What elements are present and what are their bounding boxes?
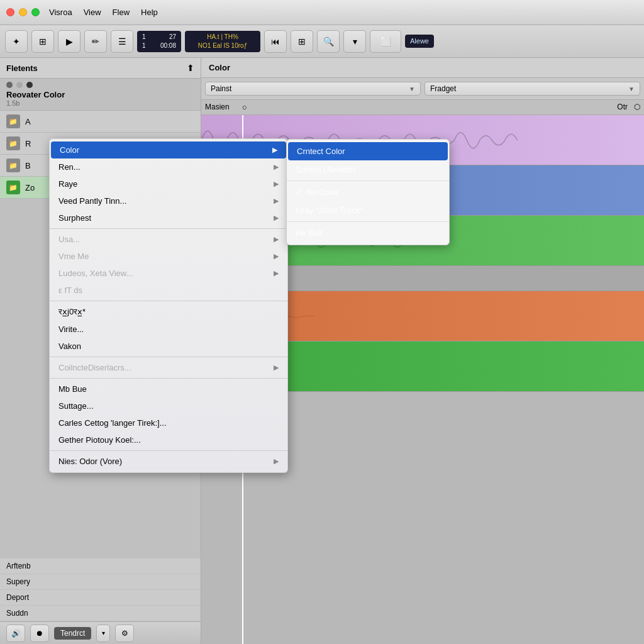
menu-item-usa: Usa... ▶ <box>50 231 287 248</box>
menu-item-color[interactable]: Color ▶ Crntect Color Santou (Amiatic) ✓… <box>51 142 286 158</box>
close-button[interactable] <box>6 8 14 16</box>
menu-item-carles[interactable]: Carles Cettog 'langer Tirek:]... <box>50 414 287 431</box>
menu-item-ludeos: Ludeos, Xeta View... ▶ <box>50 265 287 282</box>
menu-visroa[interactable]: Visroa <box>49 8 72 17</box>
row3-circle: ○ <box>242 103 247 112</box>
track-icon-a: 📁 <box>6 114 20 128</box>
sidebar-item-arftenb: Arftenb <box>0 558 201 574</box>
submenu-item-gray[interactable]: Gray ",Glite Track" <box>287 201 449 219</box>
sidebar-title: Fletents <box>6 64 38 73</box>
menu-item-vakon[interactable]: Vakon <box>50 338 287 355</box>
submenu-sep2 <box>287 221 449 222</box>
menu-flew[interactable]: Flew <box>113 8 130 17</box>
context-menu-overlay: Color ▶ Crntect Color Santou (Amiatic) ✓… <box>49 138 288 473</box>
menu-sep5 <box>50 450 287 451</box>
dropdown-fradget[interactable]: Fradget ▼ <box>425 82 640 96</box>
grid2-button[interactable]: ⊞ <box>291 30 313 53</box>
menu-item-eftds: ε fT ds <box>50 282 287 299</box>
menu-item-vme: Vme Me ▶ <box>50 248 287 265</box>
context-menu: Color ▶ Crntect Color Santou (Amiatic) ✓… <box>49 138 288 473</box>
menu-item-ludeos-label: Ludeos, Xeta View... <box>58 269 274 278</box>
submenu-item-hebuit[interactable]: He Buit <box>287 224 449 242</box>
menu-item-raye[interactable]: Raye ▶ <box>50 175 287 192</box>
submenu-item-crntect[interactable]: Crntect Color <box>288 142 448 160</box>
list-button[interactable]: ☰ <box>111 30 133 53</box>
submenu-item-nocolor[interactable]: ✓ No Color <box>287 183 449 201</box>
dropdown-painst[interactable]: Painst ▼ <box>205 82 421 96</box>
sidebar-subheader: Reovater Color 1.5b <box>0 79 201 111</box>
submenu-item-santou[interactable]: Santou (Amiatic) <box>287 160 449 179</box>
star-button[interactable]: ✦ <box>5 30 28 53</box>
maximize-button[interactable] <box>31 8 40 16</box>
menu-item-veed[interactable]: Veed Pantly Tinn... ▶ <box>50 192 287 209</box>
dropdown-fradget-arrow: ▼ <box>628 86 635 92</box>
track-icon-r: 📁 <box>6 136 20 150</box>
color-submenu: Crntect Color Santou (Amiatic) ✓ No Colo… <box>286 139 450 245</box>
menu-item-vakon-label: Vakon <box>58 341 279 351</box>
speaker-button[interactable]: 🔊 <box>6 625 25 642</box>
sidebar-subheader-label: Reovater Color <box>6 90 194 99</box>
track-item-a[interactable]: 📁 A <box>0 111 201 133</box>
menu-item-suttage-label: Suttage... <box>58 401 279 411</box>
submenu-santou-label: Santou (Amiatic) <box>296 165 356 174</box>
name-display: Alewe <box>405 35 434 48</box>
pencil-button[interactable]: ✏ <box>84 30 107 53</box>
menu-item-surphest-label: Surphest <box>58 213 274 223</box>
back-button[interactable]: ⏮ <box>264 30 287 53</box>
menu-item-ren[interactable]: Ren... ▶ <box>50 158 287 175</box>
menu-item-suttage[interactable]: Suttage... <box>50 397 287 414</box>
track-icon-b: 📁 <box>6 158 20 172</box>
transport-display: HA.t | TH% NO1 Eal IS 10roƒ <box>185 31 260 52</box>
menu-item-rxj0r-label: रx̲j0रx̲* <box>58 307 279 317</box>
menu-item-usa-arrow: ▶ <box>274 235 279 243</box>
minimize-button[interactable] <box>19 8 27 16</box>
menu-item-rxj0r[interactable]: रx̲j0रx̲* <box>50 303 287 321</box>
sidebar-item-suddn: Suddn <box>0 606 201 621</box>
menu-item-virite-label: Virite... <box>58 325 279 334</box>
menu-item-surphest[interactable]: Surphest ▶ <box>50 209 287 226</box>
menu-item-gether-label: Gether Piotouy Koel:... <box>58 435 279 445</box>
dropdown-button[interactable]: ▾ <box>343 30 366 53</box>
menu-item-vme-label: Vme Me <box>58 252 274 261</box>
track-label-r: R <box>25 139 31 148</box>
menu-item-nies-arrow: ▶ <box>274 457 279 465</box>
screen-button[interactable]: ⬜ <box>370 30 401 53</box>
search-button[interactable]: 🔍 <box>317 30 340 53</box>
menu-item-usa-label: Usa... <box>58 235 274 244</box>
sidebar-header: Fletents ⬆ <box>0 58 201 79</box>
menu-item-coilncte-arrow: ▶ <box>274 364 279 372</box>
sidebar-item-supery: Supery <box>0 574 201 590</box>
menu-item-ludeos-arrow: ▶ <box>274 269 279 277</box>
menu-item-gether[interactable]: Gether Piotouy Koel:... <box>50 431 287 448</box>
menu-item-mbbue-label: Mb Bue <box>58 384 279 394</box>
menu-item-mbbue[interactable]: Mb Bue <box>50 380 287 397</box>
menu-help[interactable]: Help <box>141 8 158 17</box>
counter-line2-right: 00:08 <box>160 42 176 50</box>
row3-corner-icon: ⬡ <box>634 103 640 112</box>
menu-view[interactable]: View <box>84 8 101 17</box>
menu-item-color-label: Color <box>60 145 272 155</box>
dropdown2-button[interactable]: ▾ <box>96 625 110 642</box>
tendrct-button[interactable]: Tendrct <box>54 627 91 640</box>
dropdowns-row: Painst ▼ Fradget ▼ <box>201 78 644 100</box>
menu-item-nies[interactable]: Nies: Odor (Vore) ▶ <box>50 453 287 470</box>
submenu-crntect-label: Crntect Color <box>297 147 345 156</box>
menu-item-coilncte-label: CoilncteDiserlacrs... <box>58 363 274 372</box>
menu-item-nies-label: Nies: Odor (Vore) <box>58 457 274 466</box>
menu-item-raye-arrow: ▶ <box>274 180 279 188</box>
play-button[interactable]: ▶ <box>58 30 80 53</box>
settings-button[interactable]: ⚙ <box>115 625 134 642</box>
menu-item-vme-arrow: ▶ <box>274 252 279 260</box>
menu-item-veed-label: Veed Pantly Tinn... <box>58 196 274 206</box>
toolbar: ✦ ⊞ ▶ ✏ ☰ 1 27 1 00:08 HA.t | TH% NO1 Ea… <box>0 25 644 58</box>
menu-item-ren-arrow: ▶ <box>274 163 279 171</box>
menu-item-virite[interactable]: Virite... <box>50 321 287 338</box>
window-controls <box>6 8 40 16</box>
menu-item-surphest-arrow: ▶ <box>274 214 279 222</box>
menu-item-carles-label: Carles Cettog 'langer Tirek:]... <box>58 418 279 428</box>
menu-item-eftds-label: ε fT ds <box>58 286 279 295</box>
record-button[interactable]: ⏺ <box>30 625 49 642</box>
submenu-hebuit-label: He Buit <box>296 228 323 238</box>
sidebar-upload-icon[interactable]: ⬆ <box>187 63 194 73</box>
grid-button[interactable]: ⊞ <box>31 30 54 53</box>
